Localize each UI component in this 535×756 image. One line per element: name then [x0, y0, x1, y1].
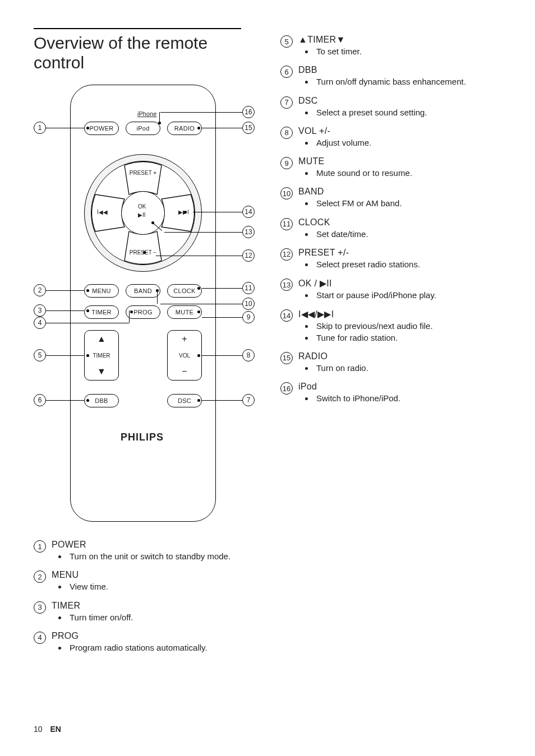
callout-item: 3TIMERTurn timer on/off. [34, 601, 258, 623]
lead-line [202, 355, 242, 356]
lead-line [46, 310, 84, 311]
dia-callout-8: 8 [242, 349, 255, 361]
callout-bullets: Switch to iPhone/iPod. [314, 393, 501, 404]
btn-clock: CLOCK [167, 284, 202, 298]
lead-line [193, 212, 242, 212]
callout-item: 2MENUView time. [34, 570, 258, 592]
section-rule [34, 28, 241, 29]
btn-mute: MUTE [167, 305, 202, 319]
callout-bullets: To set timer. [314, 46, 501, 57]
callout-bullet: Skip to previous/next audio file. [314, 321, 501, 332]
dia-callout-13: 13 [242, 226, 255, 238]
callout-bullets: Select a preset sound setting. [314, 107, 501, 118]
lead-dot [143, 251, 146, 254]
lead-dot [86, 309, 89, 312]
label-timer-pad: TIMER [93, 353, 110, 359]
callout-label: DSC [298, 96, 501, 106]
dia-callout-10: 10 [242, 298, 255, 310]
lead-line [46, 323, 129, 323]
page-number: 10 [34, 725, 43, 734]
callout-body: BANDSelect FM or AM band. [298, 187, 501, 209]
callout-bullets: Turn on/off dynamic bass enhancement. [314, 76, 501, 87]
brand-logo: PHILIPS [121, 432, 164, 443]
btn-dbb: DBB [84, 394, 119, 407]
dia-callout-4: 4 [34, 317, 46, 329]
callout-bullet: Select a preset sound setting. [314, 107, 501, 118]
label-vol-pad: VOL [179, 353, 190, 359]
lead-line [160, 304, 242, 304]
btn-power: POWER [84, 122, 119, 135]
lead-line [46, 128, 84, 128]
callout-bullet: Switch to iPhone/iPod. [314, 393, 501, 404]
callout-number: 12 [280, 248, 293, 261]
remote-outline [70, 85, 216, 522]
callout-item: 11CLOCKSet date/time. [280, 217, 501, 240]
lead-dot [184, 211, 187, 214]
lead-dot [197, 127, 200, 129]
triangle-up-icon: ▲ [97, 334, 106, 344]
dia-callout-15: 15 [242, 122, 255, 134]
callout-label: DBB [298, 65, 501, 75]
callout-item: 4PROGProgram radio stations automaticall… [34, 631, 258, 653]
callout-body: VOL +/-Adjust volume. [298, 126, 501, 149]
dia-callout-11: 11 [242, 282, 255, 294]
callout-item: 15RADIOTurn on radio. [280, 351, 501, 374]
dia-callout-16: 16 [242, 106, 255, 118]
callout-number: 16 [280, 382, 293, 395]
callout-label: iPod [298, 382, 501, 392]
callout-bullets: Program radio stations automatically. [67, 642, 258, 653]
callout-label: TIMER [52, 601, 258, 611]
callout-label: PROG [52, 631, 258, 641]
label-iphone: iPhone [137, 110, 156, 117]
callout-bullet: Set date/time. [314, 229, 501, 240]
minus-icon: − [182, 367, 187, 377]
callout-number: 2 [34, 571, 46, 583]
callout-bullets: Select preset radio stations. [314, 259, 501, 270]
callout-item: 9MUTEMute sound or to resume. [280, 156, 501, 179]
dia-callout-14: 14 [242, 206, 255, 218]
dia-callout-12: 12 [242, 249, 255, 262]
callout-label: BAND [298, 187, 501, 197]
lead-line [164, 232, 242, 233]
callout-body: ▲TIMER▼To set timer. [298, 35, 501, 57]
label-preset-plus: PRESET + [129, 170, 157, 176]
callout-bullet: Tune for radio station. [314, 332, 501, 344]
callout-body: DSCSelect a preset sound setting. [298, 96, 501, 118]
btn-band: BAND [126, 284, 160, 298]
lead-line [202, 400, 242, 401]
callout-label: VOL +/- [298, 126, 501, 136]
callout-bullet: Turn on the unit or switch to standby mo… [67, 551, 258, 562]
callout-number: 13 [280, 279, 293, 291]
callout-body: PRESET +/-Select preset radio stations. [298, 248, 501, 270]
callout-bullets: Turn on radio. [314, 363, 501, 374]
callout-number: 11 [280, 218, 293, 230]
lead-line [156, 256, 242, 256]
callout-bullets: View time. [67, 581, 258, 592]
callout-bullet: To set timer. [314, 46, 501, 57]
lead-line [129, 310, 130, 323]
callout-item: 6DBBTurn on/off dynamic bass enhancement… [280, 65, 501, 87]
lead-line [46, 290, 84, 291]
callout-bullet: Start or pause iPod/iPhone play. [314, 290, 501, 301]
callout-item: 14I◀◀/▶▶ISkip to previous/next audio fil… [280, 309, 501, 344]
lead-dot [86, 289, 89, 292]
callout-item: 1POWERTurn on the unit or switch to stan… [34, 540, 258, 562]
callout-number: 1 [34, 540, 46, 553]
callout-item: 13OK / ▶IIStart or pause iPod/iPhone pla… [280, 278, 501, 301]
callout-body: RADIOTurn on radio. [298, 351, 501, 374]
callout-list-left: 1POWERTurn on the unit or switch to stan… [34, 540, 258, 653]
dia-callout-6: 6 [34, 394, 46, 406]
callout-label: ▲TIMER▼ [298, 35, 501, 45]
label-playpause: ▶II [138, 212, 146, 218]
callout-body: OK / ▶IIStart or pause iPod/iPhone play. [298, 278, 501, 301]
dia-callout-3: 3 [34, 304, 46, 317]
plus-icon: + [182, 334, 187, 344]
page-footer: 10 EN [34, 725, 61, 734]
callout-bullet: View time. [67, 581, 258, 592]
callout-label: POWER [52, 540, 258, 550]
lead-line [159, 112, 160, 122]
dia-callout-1: 1 [34, 122, 46, 134]
lead-line [46, 355, 84, 356]
callout-body: I◀◀/▶▶ISkip to previous/next audio file.… [298, 309, 501, 344]
lead-dot [197, 310, 200, 313]
